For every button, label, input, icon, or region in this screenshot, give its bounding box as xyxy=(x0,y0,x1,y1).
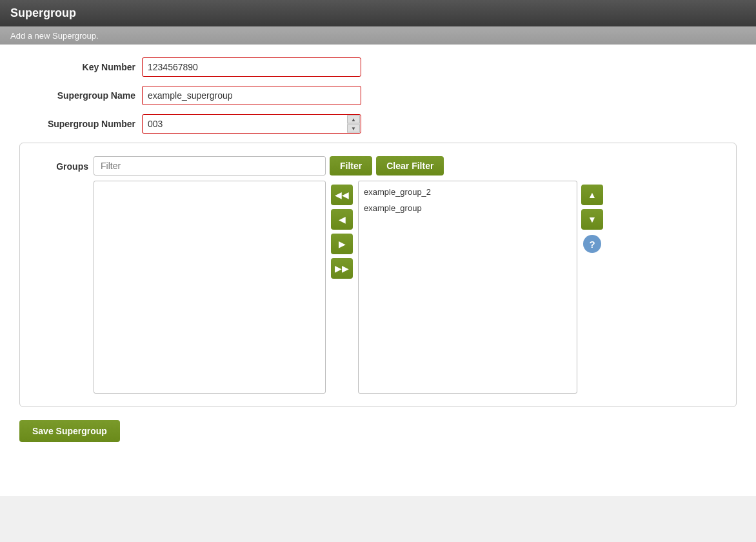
page-header: Supergroup xyxy=(0,0,756,26)
filter-button[interactable]: Filter xyxy=(330,156,372,176)
save-supergroup-button[interactable]: Save Supergroup xyxy=(19,420,120,442)
main-content: Key Number Supergroup Name Supergroup Nu… xyxy=(0,45,756,496)
supergroup-name-row: Supergroup Name xyxy=(19,86,737,105)
key-number-input[interactable] xyxy=(142,57,361,77)
page-title: Supergroup xyxy=(10,6,746,20)
supergroup-name-input[interactable] xyxy=(142,86,361,105)
right-list-box[interactable]: example_group_2 example_group xyxy=(358,181,577,394)
groups-row: Groups Filter Clear Filter ◀◀ xyxy=(30,156,726,394)
supergroup-number-spinner-wrapper: ▲ ▼ xyxy=(142,114,361,134)
move-up-button[interactable]: ▲ xyxy=(581,185,603,205)
list-item[interactable]: example_group_2 xyxy=(359,184,577,200)
list-item[interactable]: example_group xyxy=(359,200,577,216)
page-subtitle: Add a new Supergroup. xyxy=(10,31,99,41)
move-all-right-button[interactable]: ▶▶ xyxy=(331,258,353,279)
groups-section: Groups Filter Clear Filter ◀◀ xyxy=(19,143,737,407)
right-controls: ▲ ▼ ? xyxy=(577,181,607,257)
supergroup-number-label: Supergroup Number xyxy=(19,119,135,129)
spinner-up-button[interactable]: ▲ xyxy=(347,115,360,124)
left-list-box[interactable] xyxy=(94,181,326,394)
filter-input[interactable] xyxy=(94,156,326,176)
transfer-buttons: ◀◀ ◀ ▶ ▶▶ xyxy=(326,181,358,283)
key-number-row: Key Number xyxy=(19,57,737,77)
clear-filter-button[interactable]: Clear Filter xyxy=(376,156,444,176)
transfer-area: ◀◀ ◀ ▶ ▶▶ example_group_2 example_group … xyxy=(94,181,726,394)
move-left-button[interactable]: ◀ xyxy=(331,209,353,230)
page-subheader: Add a new Supergroup. xyxy=(0,26,756,45)
spinner-down-button[interactable]: ▼ xyxy=(347,125,360,133)
supergroup-name-label: Supergroup Name xyxy=(19,90,135,101)
move-right-button[interactable]: ▶ xyxy=(331,234,353,254)
groups-inner: Filter Clear Filter ◀◀ ◀ ▶ ▶▶ xyxy=(94,156,726,394)
filter-row: Filter Clear Filter xyxy=(94,156,726,176)
move-all-left-button[interactable]: ◀◀ xyxy=(331,185,353,205)
help-button[interactable]: ? xyxy=(583,235,601,253)
key-number-label: Key Number xyxy=(19,62,135,72)
supergroup-number-input[interactable] xyxy=(142,114,361,134)
move-down-button[interactable]: ▼ xyxy=(581,209,603,230)
supergroup-number-row: Supergroup Number ▲ ▼ xyxy=(19,114,737,134)
spinner-arrows: ▲ ▼ xyxy=(347,115,360,133)
groups-label: Groups xyxy=(30,156,88,172)
